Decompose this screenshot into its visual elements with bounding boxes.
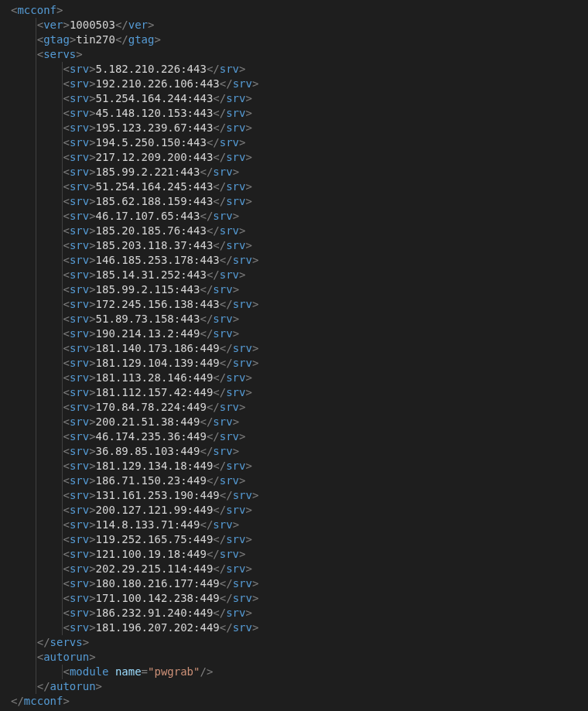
- code-line: <servs>: [0, 47, 588, 62]
- code-line: <srv>192.210.226.106:443</srv>: [0, 77, 588, 91]
- code-line: <srv>186.232.91.240:449</srv>: [0, 606, 588, 620]
- code-line: <srv>45.148.120.153:443</srv>: [0, 106, 588, 121]
- code-line: <srv>46.174.235.36:449</srv>: [0, 429, 588, 444]
- code-line: <srv>185.20.185.76:443</srv>: [0, 224, 588, 238]
- code-line: <srv>181.113.28.146:449</srv>: [0, 371, 588, 385]
- code-line: <srv>200.127.121.99:449</srv>: [0, 503, 588, 518]
- code-line: <srv>202.29.215.114:449</srv>: [0, 562, 588, 576]
- code-line: <srv>186.71.150.23:449</srv>: [0, 473, 588, 488]
- code-line: <srv>51.89.73.158:443</srv>: [0, 312, 588, 326]
- code-line: <srv>194.5.250.150:443</srv>: [0, 135, 588, 150]
- code-line: </mcconf>: [0, 694, 588, 709]
- code-line: <srv>181.129.134.18:449</srv>: [0, 459, 588, 473]
- code-line: <srv>181.112.157.42:449</srv>: [0, 385, 588, 400]
- code-line: <srv>185.99.2.221:443</srv>: [0, 165, 588, 179]
- code-line: <mcconf>: [0, 3, 588, 18]
- code-line: <srv>119.252.165.75:449</srv>: [0, 532, 588, 547]
- code-line: <srv>185.14.31.252:443</srv>: [0, 268, 588, 282]
- code-line: </autorun>: [0, 679, 588, 694]
- code-line: <srv>185.99.2.115:443</srv>: [0, 282, 588, 297]
- code-line: <srv>146.185.253.178:443</srv>: [0, 253, 588, 268]
- code-line: <srv>5.182.210.226:443</srv>: [0, 62, 588, 77]
- code-line: <srv>200.21.51.38:449</srv>: [0, 415, 588, 429]
- code-line: <srv>185.62.188.159:443</srv>: [0, 194, 588, 209]
- code-line: <srv>114.8.133.71:449</srv>: [0, 518, 588, 532]
- code-line: <module name="pwgrab"/>: [0, 665, 588, 679]
- code-line: <srv>190.214.13.2:449</srv>: [0, 326, 588, 341]
- code-line: <srv>51.254.164.244:443</srv>: [0, 91, 588, 106]
- code-line: <srv>172.245.156.138:443</srv>: [0, 297, 588, 312]
- code-line: <srv>51.254.164.245:443</srv>: [0, 179, 588, 194]
- code-line: <srv>181.129.104.139:449</srv>: [0, 356, 588, 371]
- code-line: <gtag>tin270</gtag>: [0, 32, 588, 47]
- code-line: <srv>181.140.173.186:449</srv>: [0, 341, 588, 356]
- code-line: <srv>46.17.107.65:443</srv>: [0, 209, 588, 224]
- code-line: <srv>180.180.216.177:449</srv>: [0, 576, 588, 591]
- code-line: <srv>181.196.207.202:449</srv>: [0, 620, 588, 635]
- code-line: <srv>217.12.209.200:443</srv>: [0, 150, 588, 165]
- code-line: <srv>121.100.19.18:449</srv>: [0, 547, 588, 562]
- code-line: <srv>36.89.85.103:449</srv>: [0, 444, 588, 459]
- code-line: <autorun>: [0, 650, 588, 665]
- xml-source-view: <mcconf> <ver>1000503</ver> <gtag>tin270…: [0, 0, 588, 711]
- code-line: <ver>1000503</ver>: [0, 18, 588, 32]
- code-line: <srv>171.100.142.238:449</srv>: [0, 591, 588, 606]
- code-line: <srv>170.84.78.224:449</srv>: [0, 400, 588, 415]
- code-line: <srv>185.203.118.37:443</srv>: [0, 238, 588, 253]
- code-line: <srv>131.161.253.190:449</srv>: [0, 488, 588, 503]
- code-line: </servs>: [0, 635, 588, 650]
- code-line: <srv>195.123.239.67:443</srv>: [0, 121, 588, 135]
